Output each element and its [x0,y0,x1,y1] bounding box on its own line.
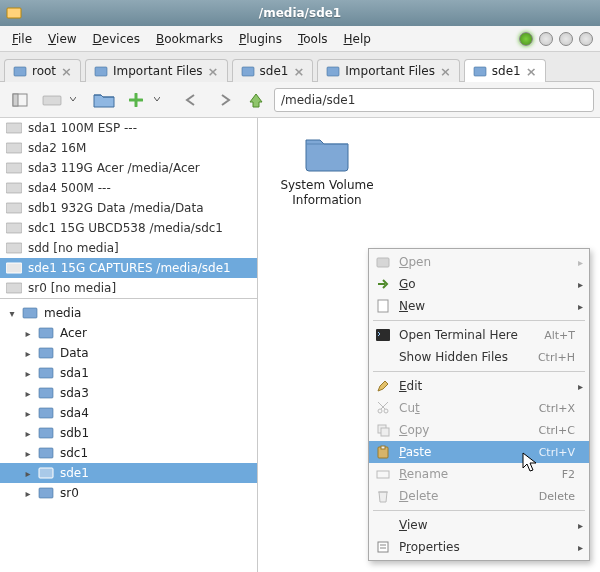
ctx-paste[interactable]: Paste Ctrl+V [369,441,589,463]
menubar: File View Devices Bookmarks Plugins Tool… [0,26,600,52]
menu-view[interactable]: View [40,29,84,49]
device-row[interactable]: sda3 119G Acer /media/Acer [0,158,257,178]
close-icon[interactable]: × [440,65,451,78]
paste-icon [375,444,391,460]
tab-label: sde1 [492,64,521,78]
tree-root[interactable]: ▾media [0,303,257,323]
tab-sde1-1[interactable]: sde1 × [232,59,314,82]
copy-icon [375,422,391,438]
device-row[interactable]: sr0 [no media] [0,278,257,298]
tree-item[interactable]: ▸Acer [0,323,257,343]
svg-rect-17 [6,283,22,293]
device-label: sdb1 932G Data /media/Data [28,201,204,215]
chevron-down-icon[interactable] [154,95,160,105]
folder-icon [241,64,255,78]
document-icon [375,298,391,314]
tree-item[interactable]: ▸Data [0,343,257,363]
device-row[interactable]: sdd [no media] [0,238,257,258]
menu-file[interactable]: File [4,29,40,49]
svg-rect-2 [95,67,107,76]
window-title: /media/sde1 [259,6,341,20]
tab-bar: root × Important Files × sde1 × Importan… [0,52,600,82]
device-label: sda3 119G Acer /media/Acer [28,161,200,175]
chevron-down-icon[interactable] [70,95,76,105]
ctx-go[interactable]: Go▸ [369,273,589,295]
ctx-new[interactable]: New▸ [369,295,589,317]
close-icon[interactable]: × [526,65,537,78]
menu-bookmarks[interactable]: Bookmarks [148,29,231,49]
ctx-properties[interactable]: Properties▸ [369,536,589,558]
device-row-selected[interactable]: sde1 15G CAPTURES /media/sde1 [0,258,257,278]
expander-icon[interactable]: ▸ [22,368,34,379]
up-button[interactable] [242,86,270,114]
svg-rect-23 [39,408,53,418]
path-input[interactable]: /media/sde1 [274,88,594,112]
expander-icon[interactable]: ▸ [22,328,34,339]
close-icon[interactable]: × [208,65,219,78]
ctx-view[interactable]: View▸ [369,514,589,536]
device-row[interactable]: sdc1 15G UBCD538 /media/sdc1 [0,218,257,238]
ctx-accel: Ctrl+V [539,446,575,459]
file-item[interactable]: System Volume Information [272,132,382,208]
expander-icon[interactable]: ▸ [22,488,34,499]
device-row[interactable]: sdb1 932G Data /media/Data [0,198,257,218]
expander-icon[interactable]: ▸ [22,448,34,459]
ctx-accel: Delete [539,490,575,503]
tab-root[interactable]: root × [4,59,81,82]
device-row[interactable]: sda1 100M ESP --- [0,118,257,138]
svg-rect-20 [39,348,53,358]
open-folder-button[interactable] [90,86,118,114]
ctx-open-terminal[interactable]: Open Terminal Here Alt+T [369,324,589,346]
folder-icon [13,64,27,78]
new-button[interactable] [122,86,150,114]
ctx-cut: Cut Ctrl+X [369,397,589,419]
properties-icon [375,539,391,555]
tree-item[interactable]: ▸sdb1 [0,423,257,443]
back-button[interactable] [178,86,206,114]
tab-important-files-2[interactable]: Important Files × [317,59,460,82]
expander-icon[interactable]: ▸ [22,428,34,439]
expander-icon[interactable]: ▾ [6,308,18,319]
rename-icon [375,466,391,482]
tree-label: sdb1 [58,426,89,440]
expander-icon[interactable]: ▸ [22,348,34,359]
tree-item[interactable]: ▸sda3 [0,383,257,403]
file-view[interactable]: System Volume Information Open▸ Go▸ New▸… [258,118,600,572]
device-row[interactable]: sda4 500M --- [0,178,257,198]
close-icon[interactable]: × [293,65,304,78]
ctx-accel: Alt+T [544,329,575,342]
tree-item[interactable]: ▸sr0 [0,483,257,503]
svg-rect-7 [13,94,18,106]
tree-item[interactable]: ▸sda4 [0,403,257,423]
window-titlebar: /media/sde1 [0,0,600,26]
svg-rect-29 [378,300,388,312]
tree-item[interactable]: ▸sda1 [0,363,257,383]
forward-button[interactable] [210,86,238,114]
svg-rect-19 [39,328,53,338]
toggle-sidepane-button[interactable] [6,86,34,114]
ctx-accel: Ctrl+X [539,402,575,415]
device-row[interactable]: sda2 16M [0,138,257,158]
menu-devices[interactable]: Devices [85,29,148,49]
ctx-label: Open Terminal Here [399,328,536,342]
tree-item-selected[interactable]: ▸sde1 [0,463,257,483]
expander-icon[interactable]: ▸ [22,468,34,479]
ctx-label: Show Hidden Files [399,350,530,364]
drive-button[interactable] [38,86,66,114]
trash-icon [375,488,391,504]
close-icon[interactable]: × [61,65,72,78]
menu-tools[interactable]: Tools [290,29,336,49]
svg-rect-37 [377,471,389,478]
left-panel: sda1 100M ESP --- sda2 16M sda3 119G Ace… [0,118,258,572]
tab-important-files-1[interactable]: Important Files × [85,59,228,82]
menu-help[interactable]: Help [336,29,379,49]
tree-item[interactable]: ▸sdc1 [0,443,257,463]
ctx-edit[interactable]: Edit▸ [369,375,589,397]
menu-plugins[interactable]: Plugins [231,29,290,49]
folder-icon [326,64,340,78]
expander-icon[interactable]: ▸ [22,388,34,399]
expander-icon[interactable]: ▸ [22,408,34,419]
tab-sde1-active[interactable]: sde1 × [464,59,546,82]
status-led-active [519,32,533,46]
ctx-show-hidden[interactable]: Show Hidden Files Ctrl+H [369,346,589,368]
